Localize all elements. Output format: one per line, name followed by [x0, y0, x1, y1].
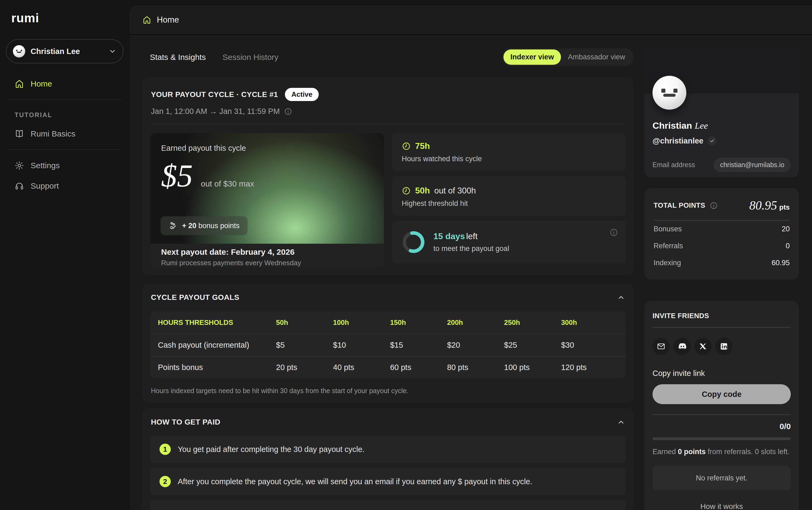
divider — [653, 414, 791, 415]
copy-invite-link[interactable]: Copy invite link — [653, 369, 791, 378]
toggle-indexer-view[interactable]: Indexer view — [504, 50, 561, 65]
tab-session-history[interactable]: Session History — [222, 53, 278, 62]
sidebar-profile-name: Christian Lee — [31, 47, 103, 56]
gear-icon — [14, 161, 24, 170]
invite-share-icons — [653, 338, 791, 355]
breadcrumb: Home — [157, 15, 179, 25]
sidebar-item-label: Home — [31, 79, 52, 88]
sidebar-item-rumi-basics[interactable]: Rumi Basics — [6, 121, 123, 147]
avatar — [653, 76, 686, 110]
info-icon[interactable] — [284, 108, 292, 116]
sidebar-item-label: Settings — [31, 161, 60, 170]
highest-threshold-card: 50h out of 300h Highest threshold hit — [392, 176, 626, 216]
chevron-down-icon — [109, 47, 117, 55]
cycle-stats-column: 75h Hours watched this cycle 50h — [392, 133, 626, 267]
bonus-points-label: + 20 bonus points — [182, 222, 240, 230]
total-points-title: TOTAL POINTS — [654, 201, 705, 209]
threshold-suffix: out of 300h — [434, 186, 476, 196]
progress-ring — [402, 230, 425, 254]
home-icon — [14, 79, 24, 89]
sidebar: rumi Christian Lee Home TUTORIAL Rumi Ba… — [0, 0, 129, 510]
share-linkedin-button[interactable] — [715, 338, 732, 355]
chevron-up-icon[interactable] — [617, 418, 625, 426]
threshold-value: 50h — [415, 186, 430, 196]
referral-progress-bar — [653, 437, 791, 440]
x-icon — [699, 343, 707, 350]
app-window: rumi Christian Lee Home TUTORIAL Rumi Ba… — [0, 0, 812, 510]
chevron-up-icon[interactable] — [617, 293, 625, 302]
rumi-logo: rumi — [6, 11, 123, 25]
avatar — [13, 45, 25, 57]
clock-icon — [402, 186, 411, 195]
email-icon — [657, 342, 665, 351]
total-points-card: TOTAL POINTS 80.95pts Bonuses20 — [644, 188, 799, 279]
tab-stats-insights[interactable]: Stats & Insights — [150, 53, 206, 62]
next-payout-date: Next payout date: February 4, 2026 — [161, 248, 373, 257]
home-icon — [142, 15, 151, 24]
goals-note: Hours indexed targets need to be hit wit… — [150, 387, 626, 395]
top-breadcrumb-bar: Home — [129, 5, 812, 35]
points-row-indexing: Indexing60.95 — [654, 254, 790, 272]
earned-payout-card: Earned payout this cycle $5 out of $30 m… — [150, 133, 384, 267]
sidebar-item-support[interactable]: Support — [6, 178, 123, 199]
goals-header-row: HOURS THRESHOLDS 50h 100h 150h 200h 250h… — [150, 311, 626, 334]
days-left-value: 15 days — [433, 231, 465, 241]
step-number-badge: 1 — [159, 444, 171, 455]
earned-max: out of $30 max — [201, 179, 254, 188]
sidebar-item-settings[interactable]: Settings — [6, 152, 123, 178]
hours-watched-card: 75h Hours watched this cycle — [392, 133, 626, 171]
how-to-title: HOW TO GET PAID — [151, 418, 220, 426]
invite-friends-title: INVITE FRIENDS — [653, 310, 791, 320]
step-number-badge: 2 — [159, 476, 171, 487]
how-it-works-link[interactable]: How it works — [653, 502, 791, 510]
earned-amount: $5 — [161, 160, 193, 192]
referral-earned-text: Earned 0 points from referrals. 0 slots … — [653, 448, 791, 456]
discord-icon — [678, 342, 686, 351]
how-to-step-1: 1 You get paid after completing the 30 d… — [150, 435, 626, 463]
referral-slots-count: 0/0 — [653, 422, 791, 431]
hours-watched-label: Hours watched this cycle — [402, 155, 616, 163]
sidebar-profile-selector[interactable]: Christian Lee — [6, 39, 123, 63]
info-icon[interactable] — [710, 201, 718, 209]
days-left-card: 15 days left to meet the payout goal — [392, 221, 626, 263]
email-label: Email address — [653, 161, 695, 169]
copy-code-button[interactable]: Copy code — [653, 384, 791, 404]
linkedin-icon — [720, 342, 728, 350]
goals-cash-row: Cash payout (incremental) $5 $10 $15 $20… — [150, 334, 626, 356]
threshold-label: Highest threshold hit — [402, 199, 616, 208]
email-value: christian@rumilabs.io — [714, 158, 791, 172]
invite-friends-card: INVITE FRIENDS — [644, 301, 799, 510]
earned-payout-label: Earned payout this cycle — [161, 144, 373, 152]
goals-title: CYCLE PAYOUT GOALS — [151, 293, 239, 302]
sidebar-item-home[interactable]: Home — [6, 71, 123, 97]
bonus-points-icon — [169, 221, 178, 230]
sidebar-item-label: Support — [31, 181, 59, 191]
book-icon — [14, 129, 24, 139]
headset-icon — [14, 181, 24, 191]
goals-table: HOURS THRESHOLDS 50h 100h 150h 200h 250h… — [150, 311, 626, 378]
share-x-button[interactable] — [694, 338, 712, 355]
step-text: To receive your payout directly to your … — [178, 508, 597, 510]
profile-card: ChristianLee @christianlee Email address… — [644, 46, 799, 177]
content-area: Stats & Insights Session History Indexer… — [129, 35, 812, 510]
share-discord-button[interactable] — [673, 338, 691, 355]
info-icon[interactable] — [609, 228, 618, 237]
how-to-step-3: 3 To receive your payout directly to you… — [150, 500, 626, 510]
profile-name: ChristianLee — [653, 120, 791, 131]
no-referrals-message: No referrals yet. — [653, 466, 791, 490]
share-email-button[interactable] — [653, 338, 670, 355]
days-left-suffix: left — [466, 231, 478, 241]
total-points-value: 80.95pts — [749, 198, 790, 213]
cycle-date-range: Jan 1, 12:00 AM → Jan 31, 11:59 PM — [151, 107, 280, 116]
clock-icon — [402, 142, 411, 151]
divider — [150, 124, 626, 124]
how-to-get-paid-section: HOW TO GET PAID 1 You get paid after com… — [142, 408, 634, 510]
payout-processing-note: Rumi processes payments every Wednesday — [161, 259, 373, 267]
verified-check-icon — [708, 136, 717, 145]
toggle-ambassador-view[interactable]: Ambassador view — [561, 50, 632, 65]
divider — [653, 327, 791, 328]
tabs: Stats & Insights Session History — [142, 53, 278, 62]
payout-cycle-section: YOUR PAYOUT CYCLE · CYCLE #1 Active Jan … — [142, 77, 634, 276]
tabs-row: Stats & Insights Session History Indexer… — [142, 48, 634, 66]
points-row-bonuses: Bonuses20 — [654, 221, 790, 237]
